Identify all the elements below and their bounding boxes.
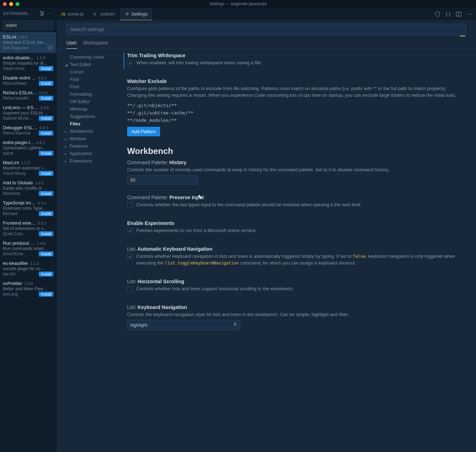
setting-list-auto-keynav: List: Automatic Keyboard Navigation ✓ Co… bbox=[124, 246, 465, 269]
install-button[interactable]: Install bbox=[39, 96, 53, 101]
toc-item[interactable]: Suggestions bbox=[64, 113, 117, 120]
open-settings-json-icon[interactable] bbox=[434, 11, 441, 17]
extension-item[interactable]: eslint-plugin-l…0.0.1 Opinionated Lightn… bbox=[0, 138, 56, 158]
extension-item[interactable]: ESLint1.9.0 Integrates ESLint Jav… Dirk … bbox=[0, 32, 56, 53]
toc-item[interactable]: ▸ Workbench bbox=[64, 127, 117, 135]
titlebar: Settings — beginner-javascript bbox=[0, 0, 476, 8]
exclude-pattern[interactable]: **/node_modules/** bbox=[127, 117, 465, 124]
editor-actions: { } ⋯ bbox=[431, 8, 476, 20]
toc-item[interactable]: ▸ Features bbox=[64, 142, 117, 150]
setting-desc: Controls the keyboard navigation style f… bbox=[127, 311, 465, 318]
setting-cp-preserve: Command Palette: Preserve Input Controls… bbox=[124, 195, 465, 210]
setting-title: Command Palette: Preserve Input bbox=[127, 195, 465, 200]
install-button[interactable]: Install bbox=[39, 116, 53, 121]
toc-item[interactable]: ◢ Text Editor bbox=[64, 61, 117, 68]
scope-tabs: User Workspace bbox=[56, 36, 476, 49]
window-title: Settings — beginner-javascript bbox=[209, 1, 267, 6]
close-window-icon[interactable] bbox=[3, 2, 7, 6]
checkbox-list-auto[interactable]: ✓ bbox=[127, 254, 133, 260]
list-keynav-select[interactable]: highlight bbox=[127, 320, 240, 330]
setting-desc: Controls the number of recently used com… bbox=[127, 167, 465, 173]
setting-desc: Fetches experiments to run from a Micros… bbox=[136, 227, 257, 234]
install-button[interactable]: Install bbox=[39, 171, 53, 176]
editor-tab[interactable]: ⊙.eslintrc bbox=[88, 8, 120, 20]
checkbox-experiments[interactable]: ✓ bbox=[127, 228, 133, 234]
settings-search-input[interactable] bbox=[66, 24, 466, 35]
checkbox-list-hscroll[interactable] bbox=[127, 286, 133, 292]
setting-list-hscroll: List: Horizontal Scrolling Controls whet… bbox=[124, 279, 465, 295]
setting-watcher-exclude: Watcher Exclude Configure glob patterns … bbox=[124, 78, 465, 136]
editor-tabs: JSsome.js⊙.eslintrc⚙Settings { } ⋯ bbox=[56, 8, 476, 20]
toc-item[interactable]: Find bbox=[64, 76, 117, 83]
extension-item[interactable]: Debugger ESL…0.0.3 Pierre Marchal Instal… bbox=[0, 123, 56, 138]
more-icon[interactable]: ⋯ bbox=[47, 11, 53, 16]
exclude-pattern[interactable]: **/.git/objects/** bbox=[127, 102, 465, 109]
toc-item[interactable]: ▸ Extensions bbox=[64, 157, 117, 165]
extensions-list: ESLint1.9.0 Integrates ESLint Jav… Dirk … bbox=[0, 32, 56, 452]
install-button[interactable]: Install bbox=[39, 151, 53, 156]
setting-desc: Configure glob patterns of file paths to… bbox=[127, 85, 465, 99]
extension-item[interactable]: LintLens — ES…2.3.0 Augment your ESLint … bbox=[0, 103, 56, 123]
scope-tab-user[interactable]: User bbox=[66, 40, 77, 49]
split-editor-icon[interactable] bbox=[456, 11, 462, 17]
extension-item[interactable]: Add to Globals1.0.1 Easily add, modify o… bbox=[0, 178, 56, 198]
extension-item[interactable]: Run pre/post …1.4.0 Run commands when… O… bbox=[0, 238, 56, 258]
tab-label: .eslintrc bbox=[100, 11, 115, 17]
cp-history-input[interactable] bbox=[127, 175, 198, 185]
install-button[interactable]: Install bbox=[39, 292, 53, 297]
toc-item[interactable]: ▸ Window bbox=[64, 135, 117, 142]
extensions-search-input[interactable] bbox=[3, 20, 53, 30]
toc-item[interactable]: Formatting bbox=[64, 90, 117, 98]
file-icon: ⚙ bbox=[124, 11, 129, 16]
setting-desc: Controls whether lists and trees support… bbox=[136, 286, 294, 292]
extension-item[interactable]: eslint-disable…1.2.0 Simple snippets for… bbox=[0, 53, 56, 73]
install-button[interactable]: Install bbox=[39, 191, 53, 196]
install-button[interactable]: Install bbox=[39, 81, 53, 86]
toc-item[interactable]: Minimap bbox=[64, 105, 117, 113]
section-heading-workbench: Workbench bbox=[127, 146, 465, 156]
settings-toc: Commonly Used◢ Text EditorCursorFindFont… bbox=[56, 49, 120, 452]
more-actions-icon[interactable]: ⋯ bbox=[466, 11, 472, 17]
toc-item[interactable]: ▸ Application bbox=[64, 150, 117, 157]
traffic-lights bbox=[3, 2, 19, 6]
install-button[interactable]: Install bbox=[39, 272, 53, 276]
install-button[interactable]: Install bbox=[39, 66, 53, 71]
extension-item[interactable]: Frontend exte…0.0.2 Set of extensions to… bbox=[0, 218, 56, 238]
setting-cp-history: Command Palette: History Controls the nu… bbox=[124, 160, 465, 185]
add-pattern-button[interactable]: Add Pattern bbox=[127, 127, 160, 136]
filter-icon[interactable] bbox=[39, 11, 45, 16]
sidebar-title: EXTENSION… bbox=[4, 11, 37, 16]
toc-item[interactable]: Files bbox=[64, 120, 117, 127]
exclude-pattern[interactable]: **/.git/subtree-cache/** bbox=[127, 109, 465, 117]
checkbox-trim[interactable]: ✓ bbox=[127, 60, 133, 66]
setting-title: Enable Experiments bbox=[127, 220, 465, 226]
setting-title: Trim Trailing Whitespace bbox=[127, 53, 465, 58]
extension-item[interactable]: MaxLint1.2.2 Maximum automatic l… Yusuf … bbox=[0, 158, 56, 178]
extension-item[interactable]: es-beautifier1.1.0 vscode plugin for es-… bbox=[0, 258, 56, 279]
braces-icon[interactable]: { } bbox=[445, 11, 451, 17]
toc-item[interactable]: Cursor bbox=[64, 68, 117, 76]
setting-title: List: Automatic Keyboard Navigation bbox=[127, 246, 465, 252]
editor-tab[interactable]: ⚙Settings bbox=[120, 8, 153, 20]
scope-tab-workspace[interactable]: Workspace bbox=[83, 40, 108, 49]
maximize-window-icon[interactable] bbox=[16, 2, 19, 6]
extension-item[interactable]: TypeScript Im…3.3.1 Extension sorts Type… bbox=[0, 198, 56, 218]
sidebar-header: EXTENSION… ⋯ bbox=[0, 8, 56, 19]
toc-item[interactable]: Font bbox=[64, 83, 117, 90]
install-button[interactable]: Install bbox=[39, 211, 53, 216]
minimize-window-icon[interactable] bbox=[9, 2, 13, 6]
extension-item[interactable]: vsPrettier1.0.0 Better and More Flexi… t… bbox=[0, 279, 56, 299]
toc-item[interactable]: Commonly Used bbox=[64, 53, 117, 61]
toc-item[interactable]: Diff Editor bbox=[64, 98, 117, 105]
extension-item[interactable]: Disable eslint …0.0.2 WooodHead Install bbox=[0, 73, 56, 88]
gear-icon[interactable] bbox=[48, 45, 53, 51]
install-button[interactable]: Install bbox=[39, 231, 53, 236]
checkbox-preserve-input[interactable] bbox=[127, 202, 133, 208]
editor-tab[interactable]: JSsome.js bbox=[56, 8, 88, 20]
settings-list: Trim Trailing Whitespace ✓ When enabled,… bbox=[120, 49, 476, 452]
install-button[interactable]: Install bbox=[39, 251, 53, 256]
extension-item[interactable]: Richa's ESLint…0.0.2 Richa Avasthi Insta… bbox=[0, 88, 56, 103]
install-button[interactable]: Install bbox=[39, 131, 53, 136]
svg-point-0 bbox=[40, 12, 41, 12]
setting-experiments: Enable Experiments ✓ Fetches experiments… bbox=[124, 220, 465, 236]
